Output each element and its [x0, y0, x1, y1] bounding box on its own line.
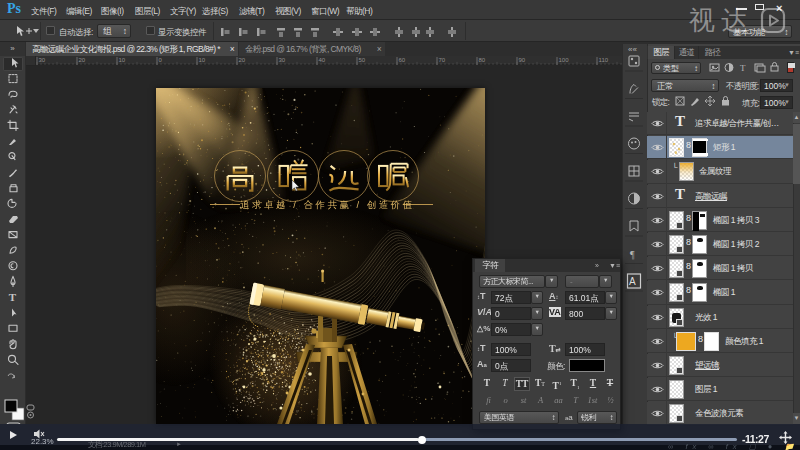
svg-text:60: 60: [399, 57, 406, 63]
svg-text:¶: ¶: [630, 249, 635, 260]
svg-text:110: 110: [599, 57, 609, 63]
svg-text:50: 50: [359, 57, 366, 63]
svg-text:70: 70: [439, 57, 446, 63]
svg-text:20: 20: [239, 57, 246, 63]
svg-text:20: 20: [79, 57, 86, 63]
svg-text:30: 30: [39, 57, 46, 63]
svg-text:80: 80: [479, 57, 486, 63]
svg-text:10: 10: [119, 57, 126, 63]
svg-text:0: 0: [159, 57, 163, 63]
svg-text:A: A: [629, 276, 636, 287]
svg-text:10: 10: [199, 57, 206, 63]
svg-text:90: 90: [519, 57, 526, 63]
svg-text:T: T: [9, 291, 17, 303]
svg-text:100: 100: [559, 57, 570, 63]
svg-text:T: T: [740, 63, 746, 73]
svg-text:30: 30: [279, 57, 286, 63]
svg-text:40: 40: [319, 57, 326, 63]
